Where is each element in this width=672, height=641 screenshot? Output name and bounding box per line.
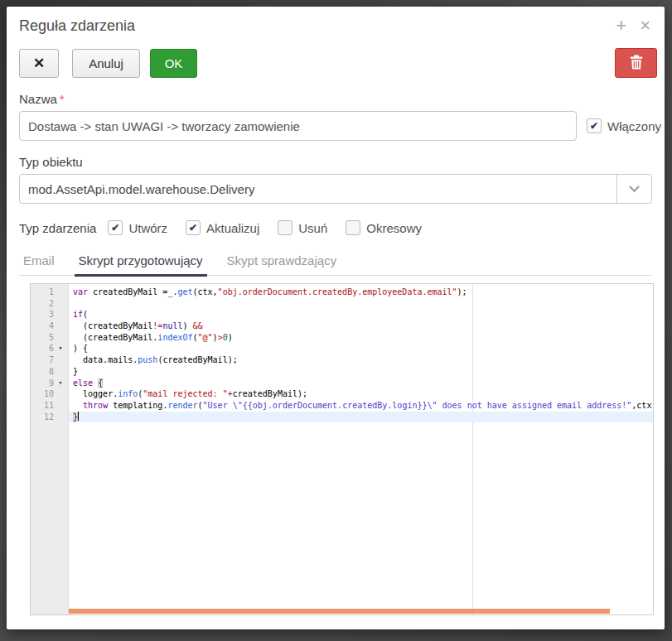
object-type-label: Typ obiektu xyxy=(19,155,652,169)
gutter-row: 5 xyxy=(31,332,68,344)
tab-bar: EmailSkrypt przygotowującySkypt sprawdza… xyxy=(19,248,652,276)
gutter-row: 1 xyxy=(31,287,68,298)
gutter-row: 7 xyxy=(31,354,68,366)
gutter-row: 8 xyxy=(31,366,68,378)
code-line-5[interactable]: (createdByMail.indexOf("@")>0) xyxy=(73,332,653,344)
event-type-options: ✔Utwórz✔AktualizujUsuńOkresowy xyxy=(108,220,440,235)
checkbox[interactable] xyxy=(346,220,360,235)
fold-gutter-spacer xyxy=(54,309,67,320)
line-number: 1 xyxy=(31,287,54,298)
name-field-label: Nazwa* xyxy=(19,92,652,106)
code-line-7[interactable]: data.mails.push(createdByMail); xyxy=(73,354,653,366)
required-asterisk: * xyxy=(60,92,65,106)
page-backdrop: { "dialog": { "title": "Reguła zdarzenia… xyxy=(0,0,672,641)
fold-gutter-spacer xyxy=(54,287,67,298)
event-type-option-utworz[interactable]: ✔Utwórz xyxy=(108,220,167,235)
dialog-title: Reguła zdarzenia xyxy=(19,13,652,35)
event-type-row: Typ zdarzenia ✔Utwórz✔AktualizujUsuńOkre… xyxy=(19,220,652,235)
code-line-3[interactable]: if( xyxy=(73,309,653,320)
dialog-header: Reguła zdarzenia + × xyxy=(19,13,652,43)
line-number: 4 xyxy=(31,320,54,332)
code-line-10[interactable]: logger.info("mail rejected: "+createdByM… xyxy=(73,388,653,400)
name-input[interactable] xyxy=(19,111,577,141)
horizontal-scrollbar-thumb[interactable] xyxy=(69,609,610,614)
gutter-row: 6▾ xyxy=(31,343,68,354)
code-line-4[interactable]: (createdByMail!=null) && xyxy=(73,320,653,332)
select-caret-zone[interactable] xyxy=(616,175,651,203)
fold-gutter-spacer xyxy=(54,332,67,344)
trash-icon xyxy=(630,55,643,72)
maximize-icon[interactable]: + xyxy=(616,15,626,36)
editor-gutter: 123456▾789▾101112 xyxy=(31,284,69,614)
line-number: 12 xyxy=(31,412,54,423)
event-type-option-aktualizuj[interactable]: ✔Aktualizuj xyxy=(186,220,259,235)
ok-button[interactable]: OK xyxy=(150,49,197,78)
gutter-row: 11 xyxy=(31,400,68,412)
code-line-11[interactable]: throw templating.render("User \"{{obj.or… xyxy=(73,400,653,412)
text-cursor xyxy=(78,412,79,421)
tab-email[interactable]: Email xyxy=(19,248,59,277)
checkbox-label: Aktualizuj xyxy=(206,221,259,235)
enabled-checkbox-label: Włączony xyxy=(607,119,661,133)
line-number: 6 xyxy=(31,343,54,354)
code-line-12[interactable]: } xyxy=(69,412,653,423)
cancel-button[interactable]: Anuluj xyxy=(72,49,140,78)
checkbox-label: Utwórz xyxy=(128,221,167,235)
event-type-label: Typ zdarzenia xyxy=(19,221,96,235)
enabled-checkbox-group[interactable]: ✔ Włączony xyxy=(587,118,661,133)
event-type-option-okresowy[interactable]: Okresowy xyxy=(346,220,422,235)
line-number: 8 xyxy=(31,366,54,378)
gutter-row: 3 xyxy=(31,309,68,320)
fold-gutter-spacer xyxy=(54,298,67,310)
gutter-row: 9▾ xyxy=(31,378,68,389)
fold-arrow-icon[interactable]: ▾ xyxy=(54,343,67,354)
line-number: 7 xyxy=(31,354,54,366)
code-line-9[interactable]: else { xyxy=(73,378,653,389)
checkbox-label: Usuń xyxy=(298,221,327,235)
checkbox[interactable] xyxy=(278,220,292,235)
gutter-row: 12 xyxy=(31,412,68,423)
fold-arrow-icon[interactable]: ▾ xyxy=(54,378,67,389)
enabled-checkbox[interactable]: ✔ xyxy=(587,118,602,133)
line-number: 10 xyxy=(31,388,54,400)
tab-skrypt-przygotowujacy[interactable]: Skrypt przygotowujący xyxy=(75,248,207,277)
line-number: 3 xyxy=(31,309,54,320)
line-number: 5 xyxy=(31,332,54,344)
code-line-8[interactable]: } xyxy=(73,366,653,378)
script-code-editor[interactable]: 123456▾789▾101112 var createdByMail =_.g… xyxy=(30,283,654,615)
close-button[interactable]: ✕ xyxy=(19,49,59,78)
checkbox[interactable]: ✔ xyxy=(108,220,123,235)
gutter-row: 4 xyxy=(31,320,68,332)
fold-gutter-spacer xyxy=(54,320,67,332)
fold-gutter-spacer xyxy=(54,400,67,412)
fold-gutter-spacer xyxy=(54,388,67,400)
event-type-option-usun[interactable]: Usuń xyxy=(278,220,327,235)
checkbox[interactable]: ✔ xyxy=(186,220,201,235)
fold-gutter-spacer xyxy=(54,354,67,366)
line-number: 2 xyxy=(31,298,54,310)
code-line-2[interactable] xyxy=(73,298,653,310)
object-type-select[interactable]: mod.AssetApi.model.warehouse.Delivery xyxy=(19,174,652,204)
name-row: ✔ Włączony xyxy=(19,111,652,141)
delete-button[interactable] xyxy=(615,48,657,78)
fold-gutter-spacer xyxy=(54,366,67,378)
chevron-down-icon xyxy=(629,181,640,192)
line-number: 11 xyxy=(31,400,54,412)
checkbox-label: Okresowy xyxy=(366,221,422,235)
editor-code-area[interactable]: var createdByMail =_.get(ctx,"obj.orderD… xyxy=(69,284,653,614)
code-line-1[interactable]: var createdByMail =_.get(ctx,"obj.orderD… xyxy=(73,287,653,298)
gutter-row: 10 xyxy=(31,388,68,400)
close-icon[interactable]: × xyxy=(640,15,650,36)
code-line-6[interactable]: ) { xyxy=(73,343,653,354)
gutter-row: 2 xyxy=(31,298,68,310)
tab-skypt-sprawdzajacy[interactable]: Skypt sprawdzający xyxy=(223,248,341,277)
line-number: 9 xyxy=(31,378,54,389)
event-rule-dialog: Reguła zdarzenia + × ✕ Anuluj OK Nazwa* xyxy=(7,7,665,629)
object-type-selected-value: mod.AssetApi.model.warehouse.Delivery xyxy=(20,175,616,203)
toolbar: ✕ Anuluj OK xyxy=(19,48,652,78)
fold-gutter-spacer xyxy=(54,412,67,423)
